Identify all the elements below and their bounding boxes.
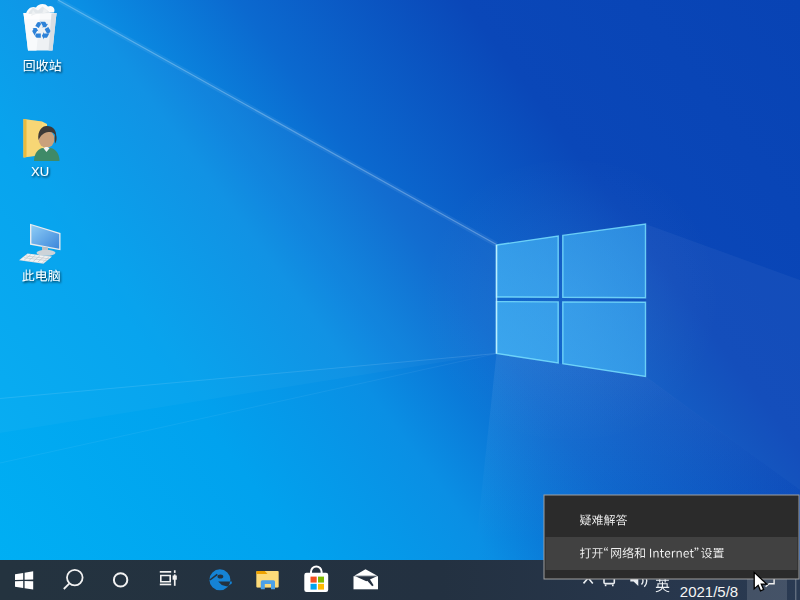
svg-text:XU: XU — [31, 164, 49, 179]
svg-text:2021/5/8: 2021/5/8 — [680, 583, 738, 600]
